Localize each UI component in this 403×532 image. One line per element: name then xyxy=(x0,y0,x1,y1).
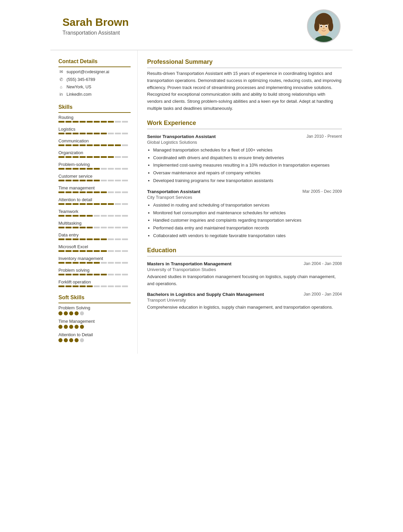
skill-segment xyxy=(122,274,128,275)
skill-segment xyxy=(87,262,93,264)
skill-segment xyxy=(65,121,72,123)
soft-skill-dot xyxy=(69,311,73,315)
skill-segment xyxy=(80,121,86,123)
job-header: Transportation Assistant Mar 2005 - Dec … xyxy=(147,189,342,194)
skill-bar xyxy=(58,238,131,240)
skill-item: Routing xyxy=(58,115,131,123)
skill-item: Data entry xyxy=(58,232,131,240)
skill-segment xyxy=(115,168,121,170)
skill-name: Logistics xyxy=(58,127,131,132)
skill-segment xyxy=(94,285,100,287)
skill-segment xyxy=(122,168,128,170)
skill-segment xyxy=(80,203,86,205)
skill-segment xyxy=(101,227,107,228)
skill-segment xyxy=(73,203,79,205)
skill-segment xyxy=(58,215,64,217)
skill-segment xyxy=(80,262,86,264)
skill-segment xyxy=(115,262,121,264)
skill-segment xyxy=(73,215,79,217)
skill-segment xyxy=(58,168,64,170)
skill-segment xyxy=(122,144,128,146)
job-bullet: Managed transportation schedules for a f… xyxy=(153,147,342,154)
skill-segment xyxy=(115,227,121,228)
job-date: Jan 2010 - Present xyxy=(306,134,342,139)
skills-section-title: Skills xyxy=(58,104,131,113)
skill-segment xyxy=(73,250,79,252)
edu-school: Transport University xyxy=(147,298,342,303)
skill-segment xyxy=(58,274,64,275)
skill-name: Multitasking xyxy=(58,221,131,226)
skill-item: Inventory management xyxy=(58,256,131,264)
skill-segment xyxy=(58,121,64,123)
skill-segment xyxy=(94,262,100,264)
job-bullet: Oversaw maintenance and repairs of compa… xyxy=(153,170,342,177)
education-list: Masters in Transportation Management Jan… xyxy=(147,261,342,311)
soft-skills-list: Problem SolvingTime ManagementAttention … xyxy=(58,305,131,342)
soft-skill-name: Time Management xyxy=(58,319,131,324)
edu-school: University of Transportation Studies xyxy=(147,267,342,272)
skill-segment xyxy=(65,191,72,193)
skill-segment xyxy=(94,191,100,193)
soft-skill-dot xyxy=(75,311,79,315)
soft-skill-item: Time Management xyxy=(58,319,131,329)
contact-section: Contact Details ✉ support@cvdesigner.ai✆… xyxy=(58,58,131,97)
skill-segment xyxy=(108,285,114,287)
job-bullet: Assisted in routing and scheduling of tr… xyxy=(153,202,342,209)
contact-section-title: Contact Details xyxy=(58,58,131,67)
soft-skill-dot xyxy=(58,325,62,329)
skill-segment xyxy=(101,144,107,146)
resume-header: Sarah Brown Transportation Assistant xyxy=(50,0,353,50)
skill-bar xyxy=(58,180,131,181)
skill-segment xyxy=(101,121,107,123)
job-bullet: Implemented cost-saving measures resulti… xyxy=(153,162,342,169)
skill-item: Forklift operation xyxy=(58,279,131,287)
soft-skill-dot xyxy=(69,338,73,342)
summary-title: Professional Summary xyxy=(147,58,342,68)
skill-segment xyxy=(58,250,64,252)
skill-segment xyxy=(80,285,86,287)
skill-segment xyxy=(73,133,79,134)
skill-segment xyxy=(115,156,121,158)
svg-point-6 xyxy=(328,21,333,31)
education-title: Education xyxy=(147,247,342,257)
soft-skill-dot xyxy=(58,311,62,315)
skill-segment xyxy=(115,133,121,134)
skill-segment xyxy=(101,180,107,181)
skill-segment xyxy=(108,133,114,134)
skill-segment xyxy=(122,238,128,240)
skill-segment xyxy=(87,191,93,193)
skill-segment xyxy=(65,203,72,205)
skill-segment xyxy=(80,133,86,134)
job-company: Global Logistics Solutions xyxy=(147,140,342,145)
skill-segment xyxy=(73,285,79,287)
skill-segment xyxy=(58,203,64,205)
skill-bar xyxy=(58,215,131,217)
dots xyxy=(58,338,131,342)
skill-segment xyxy=(115,203,121,205)
skill-segment xyxy=(108,180,114,181)
skill-bar xyxy=(58,250,131,252)
skill-name: Data entry xyxy=(58,232,131,237)
job-entry: Transportation Assistant Mar 2005 - Dec … xyxy=(147,189,342,239)
job-bullet: Collaborated with vendors to negotiate f… xyxy=(153,232,342,239)
skill-segment xyxy=(94,274,100,275)
skill-name: Organization xyxy=(58,150,131,155)
skill-name: Time management xyxy=(58,185,131,190)
skill-item: Microsoft Excel xyxy=(58,244,131,252)
person-name: Sarah Brown xyxy=(62,16,129,28)
soft-skill-dot xyxy=(75,338,79,342)
skill-segment xyxy=(65,156,72,158)
skill-segment xyxy=(108,121,114,123)
skill-segment xyxy=(101,285,107,287)
skill-segment xyxy=(94,168,100,170)
skill-item: Problem-solving xyxy=(58,162,131,170)
skill-segment xyxy=(108,227,114,228)
edu-header: Masters in Transportation Management Jan… xyxy=(147,261,342,266)
skill-segment xyxy=(73,238,79,240)
skill-name: Forklift operation xyxy=(58,279,131,284)
job-title: Transportation Assistant xyxy=(147,189,200,194)
skill-segment xyxy=(101,203,107,205)
edu-desc: Comprehensive education in logistics, su… xyxy=(147,304,342,311)
skill-segment xyxy=(87,285,93,287)
soft-skill-name: Attention to Detail xyxy=(58,332,131,337)
